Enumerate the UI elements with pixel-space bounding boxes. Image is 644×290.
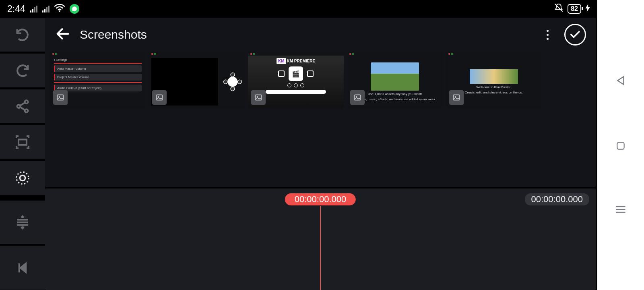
svg-point-6: [17, 172, 29, 184]
thumbnail-subtitle: Create, edit, and share videos on the go…: [465, 91, 523, 94]
thumbnail-item[interactable]: [149, 52, 245, 108]
battery-level: 82: [571, 5, 578, 12]
fullscreen-button[interactable]: [0, 125, 45, 159]
thumbnail-title: Welcome to KineMaster!: [477, 85, 512, 89]
signal-2-icon: [42, 5, 50, 12]
redo-button[interactable]: [0, 54, 45, 87]
thumbnail-subtitle: Stickers, music, effects, and more are a…: [355, 97, 436, 101]
svg-rect-4: [19, 139, 27, 145]
svg-point-10: [231, 73, 235, 77]
skip-start-button[interactable]: [0, 246, 45, 290]
system-nav-bar: [597, 0, 644, 290]
svg-point-11: [231, 87, 235, 91]
charging-icon: [585, 4, 590, 14]
wifi-icon: [54, 4, 65, 14]
thumbnail-item[interactable]: t SettingsAuto Master VolumeProject Mast…: [50, 52, 146, 108]
svg-point-0: [59, 10, 60, 11]
image-type-icon: [53, 90, 68, 105]
thumbnail-grid: t SettingsAuto Master VolumeProject Mast…: [45, 52, 596, 108]
thumbnail-title: Use 1,000+ assets any way you want!: [368, 92, 422, 96]
status-bar: 2:44 82: [0, 0, 597, 18]
clock: 2:44: [7, 4, 25, 14]
svg-rect-22: [617, 142, 624, 149]
back-button[interactable]: [55, 26, 71, 44]
timeline-panel[interactable]: 00:00:00.000 00:00:00.000: [45, 188, 596, 290]
battery-icon: 82: [568, 4, 581, 14]
image-type-icon: [449, 90, 464, 105]
thumbnail-item[interactable]: Use 1,000+ assets any way you want!Stick…: [347, 52, 443, 108]
app-frame: 2:44 82: [0, 0, 597, 290]
mute-icon: [554, 3, 564, 15]
image-type-icon: [152, 90, 167, 105]
thumbnail-item[interactable]: KMKM PREMIERE🎬: [248, 52, 344, 108]
playhead-line: [320, 206, 321, 290]
svg-rect-7: [58, 95, 64, 100]
settings-button[interactable]: [0, 161, 45, 195]
playhead-time: 00:00:00.000: [285, 193, 356, 205]
image-type-icon: [251, 90, 266, 105]
svg-point-5: [20, 175, 25, 180]
nav-back-button[interactable]: [615, 75, 627, 88]
timeline-collapse-button[interactable]: [0, 201, 45, 244]
more-menu-button[interactable]: [539, 27, 555, 43]
svg-rect-14: [157, 95, 163, 100]
svg-point-12: [224, 80, 228, 84]
svg-rect-20: [454, 95, 460, 100]
nav-recents-button[interactable]: [615, 205, 626, 215]
nav-home-button[interactable]: [615, 141, 626, 153]
whatsapp-icon: [70, 4, 79, 14]
svg-rect-16: [256, 95, 262, 100]
confirm-button[interactable]: [564, 24, 586, 46]
signal-1-icon: [30, 5, 37, 12]
thumbnail-title: KM PREMIERE: [287, 59, 316, 63]
undo-button[interactable]: [0, 18, 45, 52]
share-button[interactable]: [0, 89, 45, 123]
thumbnail-item[interactable]: Welcome to KineMaster!Create, edit, and …: [446, 52, 542, 108]
tool-sidebar: [0, 18, 45, 290]
image-type-icon: [350, 90, 365, 105]
svg-point-13: [238, 80, 242, 84]
svg-point-9: [228, 77, 238, 87]
svg-rect-18: [355, 95, 361, 100]
folder-title: Screenshots: [80, 28, 147, 41]
total-duration: 00:00:00.000: [525, 193, 589, 205]
media-browser-panel: Screenshots t SettingsAuto Master Volume…: [45, 18, 596, 187]
